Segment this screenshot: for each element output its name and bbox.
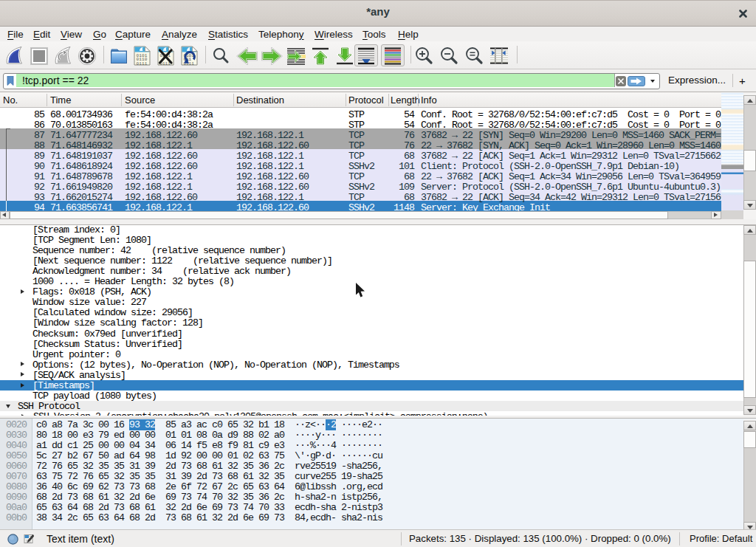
svg-text:0111: 0111 xyxy=(136,61,147,66)
